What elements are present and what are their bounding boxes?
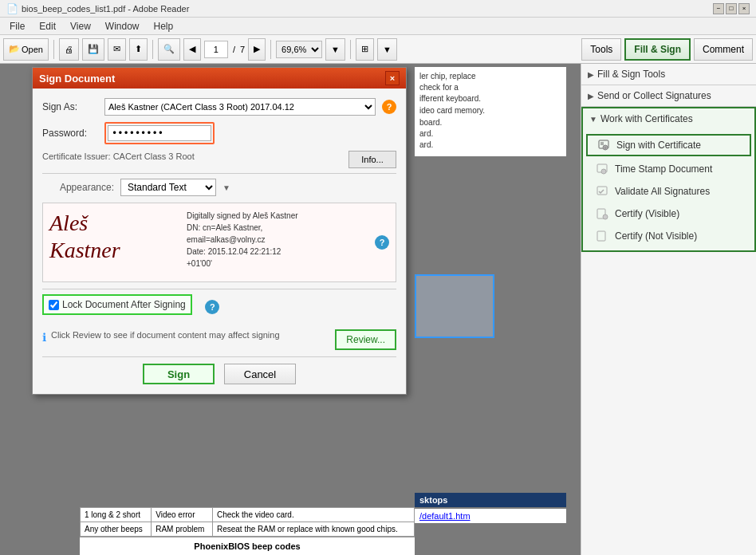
zoom-select[interactable]: 69,6% 50% 75% 100% [276, 41, 322, 58]
email-button[interactable]: ✉ [108, 38, 126, 61]
right-panel: ▶ Fill & Sign Tools ▶ Send or Collect Si… [581, 64, 756, 555]
menu-window[interactable]: Window [99, 19, 146, 33]
window-title: bios_beep_codes_list1.pdf - Adobe Reader [22, 4, 189, 14]
appearance-select[interactable]: Standard Text [120, 179, 216, 196]
table-cell: 1 long & 2 short [81, 508, 152, 522]
fill-sign-header[interactable]: ▶ Fill & Sign Tools [581, 64, 756, 85]
toolbar-separator-4 [350, 40, 351, 59]
pdf-desktop-label: sktops [415, 493, 566, 507]
page-separator: / [231, 45, 237, 54]
sign-as-label: Sign As: [42, 101, 98, 112]
review-button[interactable]: Review... [335, 329, 396, 350]
prev-page-button[interactable]: ◀ [183, 38, 201, 61]
page-total: 7 [240, 45, 245, 54]
sig-help-button[interactable]: ? [375, 235, 389, 250]
menu-bar: File Edit View Window Help [0, 18, 756, 35]
appearance-row: Appearance: Standard Text ▼ [42, 179, 396, 196]
fit-button[interactable]: ⊞ [356, 38, 374, 61]
send-collect-header[interactable]: ▶ Send or Collect Signatures [581, 85, 756, 106]
comment-button[interactable]: Comment [694, 38, 753, 61]
fill-sign-button[interactable]: Fill & Sign [624, 38, 691, 61]
svg-rect-10 [597, 231, 605, 241]
password-input[interactable] [108, 125, 211, 141]
validate-item[interactable]: Validate All Signatures [583, 180, 754, 203]
time-stamp-icon [596, 163, 608, 175]
toolbar: 📂 Open 🖨 💾 ✉ ⬆ 🔍 ◀ / 7 ▶ 69,6% 50% 75% 1… [0, 35, 756, 64]
lock-help-button[interactable]: ? [205, 300, 219, 314]
work-certs-arrow-icon: ▼ [589, 115, 597, 124]
tools-dropdown-button[interactable]: ▼ [377, 38, 397, 61]
menu-file[interactable]: File [3, 19, 31, 33]
share-button[interactable]: ⬆ [129, 38, 148, 61]
validate-label: Validate All Signatures [615, 186, 710, 197]
zoom-out-icon: 🔍 [163, 44, 175, 54]
lock-section: Lock Document After Signing ? [42, 294, 396, 323]
time-stamp-label: Time Stamp Document [615, 163, 712, 175]
info-circle-icon: ℹ [42, 331, 46, 344]
dialog-close-button[interactable]: × [385, 71, 400, 85]
sign-dialog: Sign Document × Sign As: Aleš Kastner (C… [32, 67, 407, 395]
signature-name: AlešKastner [49, 210, 177, 275]
table-cell: Check the video card. [212, 508, 414, 522]
review-info-text: Click Review to see if document content … [51, 330, 280, 340]
menu-help[interactable]: Help [148, 19, 180, 33]
certify-visible-label: Certify (Visible) [615, 208, 679, 219]
title-bar: 📄 bios_beep_codes_list1.pdf - Adobe Read… [0, 0, 756, 18]
toolbar-separator-3 [270, 40, 271, 59]
sign-button[interactable]: Sign [143, 364, 215, 384]
zoom-out-button[interactable]: 🔍 [158, 38, 180, 61]
sign-as-help-button[interactable]: ? [382, 100, 396, 114]
work-certificates-section: ▼ Work with Certificates [581, 107, 756, 252]
cert-issuer-label: Certificate Issuer: CACert Class 3 Root [42, 152, 195, 161]
fill-sign-label: Fill & Sign Tools [597, 69, 665, 80]
dialog-footer: Sign Cancel [42, 356, 396, 384]
sign-certificate-item[interactable]: Sign with Certificate [586, 134, 751, 156]
next-page-button[interactable]: ▶ [248, 38, 266, 61]
dialog-body: Sign As: Aleš Kastner (CACert Class 3 Ro… [33, 89, 406, 394]
certify-not-visible-label: Certify (Not Visible) [615, 230, 697, 242]
info-button[interactable]: Info... [348, 151, 396, 168]
toolbar-separator-1 [53, 40, 54, 59]
maximize-button[interactable]: □ [726, 3, 737, 14]
close-button[interactable]: × [738, 3, 750, 14]
sign-as-select[interactable]: Aleš Kastner (CACert Class 3 Root) 2017.… [104, 98, 376, 116]
menu-edit[interactable]: Edit [33, 19, 62, 33]
next-icon: ▶ [254, 44, 260, 54]
review-row: ℹ Click Review to see if document conten… [42, 329, 396, 350]
dropdown-icon: ▼ [331, 45, 340, 54]
lock-checkbox[interactable] [49, 300, 59, 310]
main-layout: ler chip, replace check for a ifferent k… [0, 64, 756, 555]
appearance-dropdown-icon: ▼ [222, 183, 230, 192]
zoom-dropdown-button[interactable]: ▼ [325, 38, 345, 61]
send-collect-arrow-icon: ▶ [588, 92, 594, 100]
certify-not-visible-item[interactable]: Certify (Not Visible) [583, 225, 754, 247]
password-label: Password: [42, 128, 98, 139]
fit-icon: ⊞ [361, 44, 368, 54]
table-cell: Reseat the RAM or replace with known goo… [212, 522, 414, 537]
menu-view[interactable]: View [64, 19, 97, 33]
toolbar-separator-2 [152, 40, 153, 59]
prev-icon: ◀ [189, 44, 195, 54]
signature-preview: AlešKastner Digitally signed by Aleš Kas… [42, 203, 396, 282]
minimize-button[interactable]: − [713, 3, 724, 14]
tools-button[interactable]: Tools [581, 38, 621, 61]
work-certificates-header[interactable]: ▼ Work with Certificates [583, 108, 754, 129]
print-button[interactable]: 🖨 [59, 38, 79, 61]
share-icon: ⬆ [135, 44, 142, 54]
page-input[interactable] [204, 41, 228, 58]
save-button[interactable]: 💾 [82, 38, 104, 61]
pdf-bottom-table: 1 long & 2 short Video error Check the v… [80, 507, 415, 555]
folder-icon: 📂 [9, 44, 20, 54]
open-button[interactable]: 📂 Open [3, 38, 49, 61]
pdf-area: ler chip, replace check for a ifferent k… [0, 64, 581, 555]
work-certificates-content: Sign with Certificate Time Stamp Documen… [583, 129, 754, 250]
sign-as-row: Sign As: Aleš Kastner (CACert Class 3 Ro… [42, 98, 396, 116]
password-row: Password: [42, 122, 396, 144]
divider-1 [42, 173, 396, 174]
cancel-button[interactable]: Cancel [224, 364, 296, 384]
time-stamp-item[interactable]: Time Stamp Document [583, 158, 754, 180]
print-icon: 🖨 [65, 45, 73, 54]
svg-point-6 [601, 169, 606, 174]
certify-visible-item[interactable]: Certify (Visible) [583, 203, 754, 225]
divider-2 [42, 289, 396, 289]
